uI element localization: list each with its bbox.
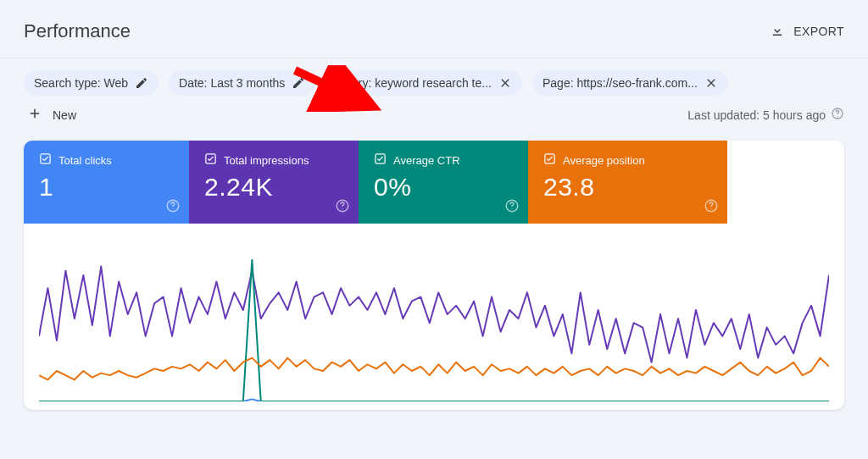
chart-series-position xyxy=(39,358,829,380)
chart xyxy=(24,224,844,410)
checkbox-checked-icon xyxy=(39,152,52,168)
new-label: New xyxy=(53,108,76,122)
close-icon[interactable] xyxy=(498,76,512,90)
pencil-icon xyxy=(135,76,148,90)
filter-chip-search-type[interactable]: Search type: Web xyxy=(24,70,159,96)
metric-value: 1 xyxy=(39,173,174,202)
filter-chip-page[interactable]: Page: https://seo-frank.com... xyxy=(532,70,728,96)
performance-card: Total clicks 1 Total impressions 2.24K xyxy=(24,141,844,410)
checkbox-checked-icon xyxy=(374,152,387,168)
help-icon[interactable] xyxy=(335,198,350,217)
chip-label: Date: Last 3 months xyxy=(179,76,285,90)
plus-icon xyxy=(27,106,42,124)
metric-label: Total clicks xyxy=(58,154,112,167)
close-icon[interactable] xyxy=(704,76,718,90)
svg-point-2 xyxy=(837,116,837,117)
filter-bar: Search type: Web Date: Last 3 months Que… xyxy=(0,58,868,102)
export-label: EXPORT xyxy=(793,25,844,38)
metric-impressions[interactable]: Total impressions 2.24K xyxy=(189,141,359,224)
chip-label: Query: keyword research te... xyxy=(336,76,492,90)
metric-label: Average CTR xyxy=(393,154,460,167)
metric-position[interactable]: Average position 23.8 xyxy=(528,141,727,224)
chip-label: Page: https://seo-frank.com... xyxy=(542,76,698,90)
svg-point-14 xyxy=(710,208,711,209)
metric-label: Average position xyxy=(563,154,645,167)
filter-chip-date[interactable]: Date: Last 3 months xyxy=(169,70,315,96)
help-icon[interactable] xyxy=(504,198,520,217)
chip-label: Search type: Web xyxy=(34,76,128,90)
metric-value: 2.24K xyxy=(204,173,343,202)
export-button[interactable]: EXPORT xyxy=(770,23,844,41)
metric-value: 23.8 xyxy=(543,173,712,202)
svg-point-8 xyxy=(342,208,342,209)
download-icon xyxy=(770,23,785,41)
filter-chip-query[interactable]: Query: keyword research te... xyxy=(326,70,522,96)
metric-value: 0% xyxy=(374,173,513,202)
checkbox-checked-icon xyxy=(543,152,556,168)
svg-point-5 xyxy=(172,208,173,209)
checkbox-checked-icon xyxy=(204,152,217,168)
svg-point-11 xyxy=(511,208,512,209)
add-filter-button[interactable]: New xyxy=(27,106,76,124)
help-icon[interactable] xyxy=(165,198,181,217)
chart-series-impressions xyxy=(39,267,829,362)
metric-label: Total impressions xyxy=(224,154,309,167)
metrics-row: Total clicks 1 Total impressions 2.24K xyxy=(24,141,844,224)
last-updated: Last updated: 5 hours ago xyxy=(687,107,844,123)
help-icon[interactable] xyxy=(831,107,844,123)
metric-clicks[interactable]: Total clicks 1 xyxy=(24,141,189,224)
last-updated-text: Last updated: 5 hours ago xyxy=(687,108,826,122)
pencil-icon xyxy=(292,76,305,90)
help-icon[interactable] xyxy=(704,198,719,217)
metric-ctr[interactable]: Average CTR 0% xyxy=(359,141,528,224)
page-title: Performance xyxy=(24,20,131,42)
